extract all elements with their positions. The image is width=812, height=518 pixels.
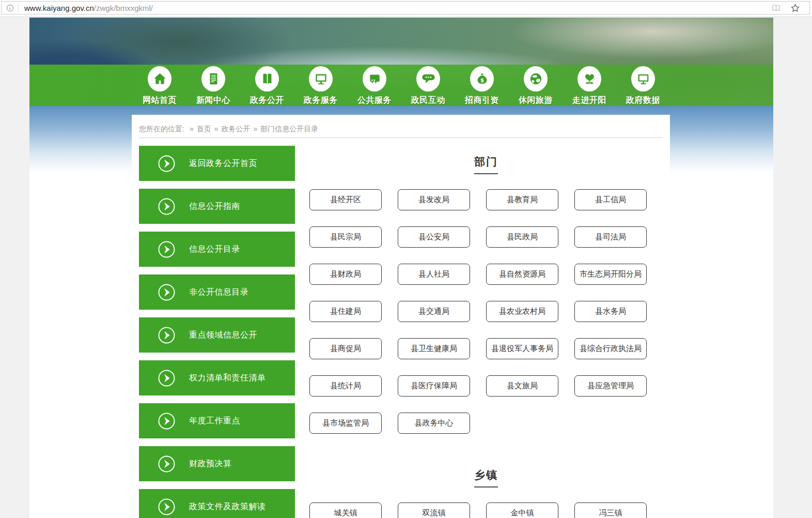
townships-title: 乡镇 <box>309 468 663 482</box>
sidebar: 返回政务公开首页 信息公开指南 信息公开目录 非公开信息目录 <box>139 146 295 518</box>
department-button[interactable]: 县发改局 <box>398 189 470 210</box>
breadcrumb-link[interactable]: 首页 <box>197 125 211 133</box>
circle-arrow-icon <box>158 455 176 473</box>
nav-item-走进开阳[interactable]: 走进开阳 <box>563 65 616 106</box>
department-button[interactable]: 县政务中心 <box>398 413 470 434</box>
department-button[interactable]: 县财政局 <box>309 264 382 285</box>
breadcrumb-link[interactable]: 政务公开 <box>221 125 250 133</box>
breadcrumb-prefix: 您所在的位置: <box>139 125 184 133</box>
circle-arrow-icon <box>158 283 176 301</box>
circle-arrow-icon <box>158 326 176 344</box>
nav-icon-circle <box>577 66 601 92</box>
department-button[interactable]: 县民宗局 <box>309 226 382 248</box>
department-button[interactable]: 县住建局 <box>309 301 382 322</box>
nav-icon-circle <box>631 66 655 92</box>
browser-chrome: www.kaiyang.gov.cn/zwgk/bmxxgkml/ <box>0 0 812 17</box>
department-button[interactable]: 市生态局开阳分局 <box>574 264 647 285</box>
department-button[interactable]: 县人社局 <box>398 264 470 285</box>
reader-mode-icon[interactable] <box>771 3 781 13</box>
departments-title-underline <box>474 173 498 174</box>
banner-image: 网站首页 新闻中心 政务公开 <box>29 18 773 106</box>
breadcrumb-item: »首页 <box>186 125 211 133</box>
nav-item-政务公开[interactable]: 政务公开 <box>240 65 294 106</box>
townships-section: 乡镇 城关镇 双流镇 金中镇 冯三镇 <box>309 468 663 518</box>
breadcrumb-item: »政务公开 <box>211 125 251 133</box>
department-button[interactable]: 县医疗保障局 <box>398 375 470 397</box>
circle-arrow-icon <box>158 197 176 216</box>
main-nav: 网站首页 新闻中心 政务公开 <box>29 65 773 106</box>
department-button[interactable]: 县市场监管局 <box>309 413 382 434</box>
circle-arrow-icon <box>158 498 176 516</box>
department-button[interactable]: 县水务局 <box>574 301 647 322</box>
departments-section: 部门 县经开区 县发改局 县教育局 县工信局 县民宗局 <box>309 155 663 434</box>
breadcrumb: 您所在的位置:»首页»政务公开»部门信息公开目录 <box>139 125 663 133</box>
nav-item-新闻中心[interactable]: 新闻中心 <box>186 65 240 106</box>
home-icon <box>152 71 167 86</box>
breadcrumb-separator: » <box>253 125 257 133</box>
department-button[interactable]: 县应急管理局 <box>574 375 647 397</box>
department-button[interactable]: 县司法局 <box>574 226 647 248</box>
circle-arrow-icon <box>158 412 176 430</box>
nav-item-公共服务[interactable]: 公共服务 <box>348 65 401 106</box>
sidebar-item-非公开信息目录[interactable]: 非公开信息目录 <box>139 275 295 310</box>
department-button[interactable]: 县文旅局 <box>486 375 558 397</box>
heart-icon <box>582 71 597 86</box>
service-icon <box>367 71 382 86</box>
department-button[interactable]: 县自然资源局 <box>486 264 558 285</box>
info-icon <box>6 4 14 12</box>
sidebar-item-重点领域信息公开[interactable]: 重点领域信息公开 <box>139 317 295 353</box>
nav-item-政府数据[interactable]: 政府数据 <box>616 65 670 106</box>
breadcrumb-separator: » <box>214 125 218 133</box>
breadcrumb-separator: » <box>190 125 194 133</box>
nav-item-休闲旅游[interactable]: 休闲旅游 <box>509 65 563 106</box>
url-divider <box>18 3 19 12</box>
department-button[interactable]: 县交通局 <box>398 301 470 322</box>
township-button[interactable]: 金中镇 <box>486 502 558 518</box>
department-button[interactable]: 县农业农村局 <box>486 301 558 322</box>
department-button[interactable]: 县经开区 <box>309 189 382 210</box>
nav-icon-circle <box>309 66 333 92</box>
department-button[interactable]: 县综合行政执法局 <box>574 338 647 359</box>
breadcrumb-link[interactable]: 部门信息公开目录 <box>260 125 318 133</box>
bookmark-star-icon[interactable] <box>790 3 800 13</box>
nav-icon-circle <box>470 66 494 92</box>
sidebar-item-年度工作重点[interactable]: 年度工作重点 <box>139 403 295 438</box>
department-button[interactable]: 县民政局 <box>486 226 558 248</box>
nav-icon-circle <box>255 66 279 92</box>
nav-icon-circle <box>363 66 386 92</box>
nav-item-网站首页[interactable]: 网站首页 <box>133 65 186 106</box>
nav-item-政民互动[interactable]: 政民互动 <box>401 65 455 106</box>
news-icon <box>206 71 221 86</box>
department-button[interactable]: 县卫生健康局 <box>398 338 470 359</box>
chat-icon <box>421 71 436 86</box>
sidebar-item-信息公开目录[interactable]: 信息公开目录 <box>139 232 295 267</box>
url-path: /zwgk/bmxxgkml/ <box>94 4 153 12</box>
sidebar-item-信息公开指南[interactable]: 信息公开指南 <box>139 189 295 224</box>
url-host: www.kaiyang.gov.cn <box>24 4 94 12</box>
monitor-icon <box>314 71 329 86</box>
department-button[interactable]: 县商促局 <box>309 338 382 359</box>
township-button[interactable]: 城关镇 <box>309 502 382 518</box>
nav-item-政务服务[interactable]: 政务服务 <box>294 65 348 106</box>
nav-icon-circle <box>416 66 440 92</box>
townships-title-underline <box>474 486 498 487</box>
url-bar[interactable]: www.kaiyang.gov.cn/zwgk/bmxxgkml/ <box>1 1 810 14</box>
content-panel: 您所在的位置:»首页»政务公开»部门信息公开目录 返回政务公开首页 信息公开指南 <box>132 115 670 518</box>
circle-arrow-icon <box>158 240 176 258</box>
sidebar-item-返回政务公开首页[interactable]: 返回政务公开首页 <box>139 146 295 181</box>
site-info-button[interactable] <box>2 4 18 12</box>
department-button[interactable]: 县退役军人事务局 <box>486 338 558 359</box>
department-button[interactable]: 县工信局 <box>574 189 647 210</box>
department-button[interactable]: 县公安局 <box>398 226 470 248</box>
nav-item-招商引资[interactable]: 招商引资 <box>455 65 509 106</box>
sidebar-item-财政预决算[interactable]: 财政预决算 <box>139 446 295 481</box>
url-text: www.kaiyang.gov.cn/zwgk/bmxxgkml/ <box>24 4 153 12</box>
department-button[interactable]: 县教育局 <box>486 189 558 210</box>
department-button[interactable]: 县统计局 <box>309 375 382 397</box>
township-button[interactable]: 冯三镇 <box>574 502 647 518</box>
township-button[interactable]: 双流镇 <box>398 502 470 518</box>
sidebar-item-权力清单和责任清单[interactable]: 权力清单和责任清单 <box>139 360 295 395</box>
nav-icon-circle <box>148 66 171 92</box>
sidebar-item-政策文件及政策解读[interactable]: 政策文件及政策解读 <box>139 489 295 518</box>
departments-title: 部门 <box>309 155 663 169</box>
